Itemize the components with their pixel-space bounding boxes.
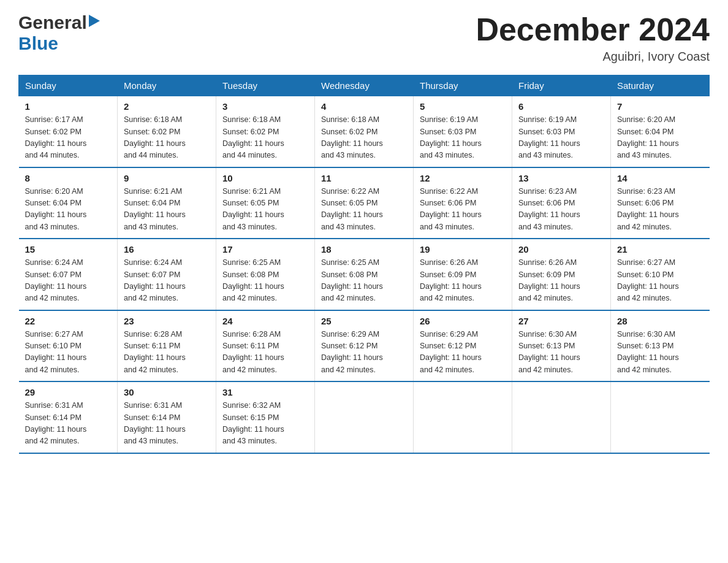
- day-number: 17: [222, 244, 308, 255]
- calendar-cell: 15Sunrise: 6:24 AMSunset: 6:07 PMDayligh…: [19, 239, 118, 310]
- day-info: Sunrise: 6:23 AMSunset: 6:06 PMDaylight:…: [617, 186, 703, 234]
- calendar-cell: 26Sunrise: 6:29 AMSunset: 6:12 PMDayligh…: [414, 310, 512, 382]
- day-number: 31: [222, 387, 308, 397]
- day-info: Sunrise: 6:22 AMSunset: 6:05 PMDaylight:…: [321, 186, 407, 234]
- day-info: Sunrise: 6:21 AMSunset: 6:05 PMDaylight:…: [222, 186, 308, 234]
- calendar-cell: 22Sunrise: 6:27 AMSunset: 6:10 PMDayligh…: [19, 310, 118, 382]
- day-number: 8: [25, 173, 112, 183]
- calendar-cell: 17Sunrise: 6:25 AMSunset: 6:08 PMDayligh…: [216, 239, 315, 310]
- day-number: 23: [124, 316, 210, 326]
- calendar-cell: 5Sunrise: 6:19 AMSunset: 6:03 PMDaylight…: [414, 96, 512, 167]
- weekday-header-saturday: Saturday: [611, 75, 710, 96]
- day-number: 7: [617, 101, 703, 112]
- calendar-cell: 8Sunrise: 6:20 AMSunset: 6:04 PMDaylight…: [19, 167, 118, 239]
- title-section: December 2024 Aguibri, Ivory Coast: [476, 12, 710, 64]
- day-number: 14: [617, 173, 703, 183]
- day-number: 30: [124, 387, 210, 397]
- calendar-cell: 18Sunrise: 6:25 AMSunset: 6:08 PMDayligh…: [315, 239, 414, 310]
- calendar-cell: 1Sunrise: 6:17 AMSunset: 6:02 PMDaylight…: [19, 96, 118, 167]
- calendar-cell: 13Sunrise: 6:23 AMSunset: 6:06 PMDayligh…: [512, 167, 611, 239]
- day-info: Sunrise: 6:18 AMSunset: 6:02 PMDaylight:…: [124, 114, 210, 162]
- calendar-cell: 3Sunrise: 6:18 AMSunset: 6:02 PMDaylight…: [216, 96, 315, 167]
- calendar-cell: [512, 381, 611, 453]
- calendar-week-3: 15Sunrise: 6:24 AMSunset: 6:07 PMDayligh…: [19, 239, 710, 310]
- calendar-cell: 28Sunrise: 6:30 AMSunset: 6:13 PMDayligh…: [611, 310, 710, 382]
- calendar-cell: [414, 381, 512, 453]
- day-info: Sunrise: 6:27 AMSunset: 6:10 PMDaylight:…: [617, 257, 703, 305]
- day-number: 11: [321, 173, 407, 183]
- svg-marker-0: [89, 15, 100, 27]
- calendar-week-4: 22Sunrise: 6:27 AMSunset: 6:10 PMDayligh…: [19, 310, 710, 382]
- day-number: 22: [25, 316, 112, 326]
- day-info: Sunrise: 6:27 AMSunset: 6:10 PMDaylight:…: [25, 329, 112, 377]
- day-number: 4: [321, 101, 407, 112]
- weekday-header-monday: Monday: [118, 75, 216, 96]
- calendar-cell: 24Sunrise: 6:28 AMSunset: 6:11 PMDayligh…: [216, 310, 315, 382]
- calendar-week-1: 1Sunrise: 6:17 AMSunset: 6:02 PMDaylight…: [19, 96, 710, 167]
- calendar-cell: 23Sunrise: 6:28 AMSunset: 6:11 PMDayligh…: [118, 310, 216, 382]
- day-info: Sunrise: 6:26 AMSunset: 6:09 PMDaylight:…: [518, 257, 604, 305]
- calendar-cell: 2Sunrise: 6:18 AMSunset: 6:02 PMDaylight…: [118, 96, 216, 167]
- logo: General Blue: [18, 12, 100, 54]
- weekday-header-sunday: Sunday: [19, 75, 118, 96]
- day-number: 27: [518, 316, 604, 326]
- day-info: Sunrise: 6:25 AMSunset: 6:08 PMDaylight:…: [222, 257, 308, 305]
- calendar-cell: 19Sunrise: 6:26 AMSunset: 6:09 PMDayligh…: [414, 239, 512, 310]
- weekday-header-friday: Friday: [512, 75, 611, 96]
- day-info: Sunrise: 6:19 AMSunset: 6:03 PMDaylight:…: [420, 114, 506, 162]
- day-info: Sunrise: 6:29 AMSunset: 6:12 PMDaylight:…: [321, 329, 407, 377]
- day-number: 13: [518, 173, 604, 183]
- day-info: Sunrise: 6:22 AMSunset: 6:06 PMDaylight:…: [420, 186, 506, 234]
- calendar-week-5: 29Sunrise: 6:31 AMSunset: 6:14 PMDayligh…: [19, 381, 710, 453]
- logo-blue-text: Blue: [18, 33, 58, 53]
- calendar-cell: 31Sunrise: 6:32 AMSunset: 6:15 PMDayligh…: [216, 381, 315, 453]
- day-info: Sunrise: 6:28 AMSunset: 6:11 PMDaylight:…: [222, 329, 308, 377]
- day-info: Sunrise: 6:20 AMSunset: 6:04 PMDaylight:…: [617, 114, 703, 162]
- day-info: Sunrise: 6:24 AMSunset: 6:07 PMDaylight:…: [124, 257, 210, 305]
- calendar-cell: 29Sunrise: 6:31 AMSunset: 6:14 PMDayligh…: [19, 381, 118, 453]
- day-number: 21: [617, 244, 703, 255]
- weekday-header-wednesday: Wednesday: [315, 75, 414, 96]
- day-number: 6: [518, 101, 604, 112]
- day-number: 3: [222, 101, 308, 112]
- calendar-cell: [315, 381, 414, 453]
- calendar-cell: 16Sunrise: 6:24 AMSunset: 6:07 PMDayligh…: [118, 239, 216, 310]
- day-number: 19: [420, 244, 506, 255]
- day-number: 10: [222, 173, 308, 183]
- day-info: Sunrise: 6:18 AMSunset: 6:02 PMDaylight:…: [321, 114, 407, 162]
- page-header: General Blue December 2024 Aguibri, Ivor…: [18, 12, 710, 64]
- calendar-cell: 14Sunrise: 6:23 AMSunset: 6:06 PMDayligh…: [611, 167, 710, 239]
- weekday-header-tuesday: Tuesday: [216, 75, 315, 96]
- day-info: Sunrise: 6:30 AMSunset: 6:13 PMDaylight:…: [518, 329, 604, 377]
- calendar-cell: 6Sunrise: 6:19 AMSunset: 6:03 PMDaylight…: [512, 96, 611, 167]
- calendar-header-row: SundayMondayTuesdayWednesdayThursdayFrid…: [19, 75, 710, 96]
- calendar-cell: 11Sunrise: 6:22 AMSunset: 6:05 PMDayligh…: [315, 167, 414, 239]
- logo-general-text: General: [18, 12, 87, 33]
- calendar-cell: 7Sunrise: 6:20 AMSunset: 6:04 PMDaylight…: [611, 96, 710, 167]
- calendar-cell: 25Sunrise: 6:29 AMSunset: 6:12 PMDayligh…: [315, 310, 414, 382]
- day-info: Sunrise: 6:31 AMSunset: 6:14 PMDaylight:…: [124, 400, 210, 448]
- day-info: Sunrise: 6:28 AMSunset: 6:11 PMDaylight:…: [124, 329, 210, 377]
- day-number: 18: [321, 244, 407, 255]
- day-info: Sunrise: 6:25 AMSunset: 6:08 PMDaylight:…: [321, 257, 407, 305]
- day-number: 28: [617, 316, 703, 326]
- day-info: Sunrise: 6:19 AMSunset: 6:03 PMDaylight:…: [518, 114, 604, 162]
- calendar-table: SundayMondayTuesdayWednesdayThursdayFrid…: [18, 75, 710, 454]
- calendar-cell: 21Sunrise: 6:27 AMSunset: 6:10 PMDayligh…: [611, 239, 710, 310]
- day-number: 9: [124, 173, 210, 183]
- weekday-header-thursday: Thursday: [414, 75, 512, 96]
- month-title: December 2024: [476, 12, 710, 47]
- day-info: Sunrise: 6:24 AMSunset: 6:07 PMDaylight:…: [25, 257, 112, 305]
- day-number: 29: [25, 387, 112, 397]
- day-number: 24: [222, 316, 308, 326]
- day-info: Sunrise: 6:32 AMSunset: 6:15 PMDaylight:…: [222, 400, 308, 448]
- day-number: 1: [25, 101, 112, 112]
- day-number: 16: [124, 244, 210, 255]
- calendar-week-2: 8Sunrise: 6:20 AMSunset: 6:04 PMDaylight…: [19, 167, 710, 239]
- day-info: Sunrise: 6:26 AMSunset: 6:09 PMDaylight:…: [420, 257, 506, 305]
- day-info: Sunrise: 6:23 AMSunset: 6:06 PMDaylight:…: [518, 186, 604, 234]
- calendar-cell: 4Sunrise: 6:18 AMSunset: 6:02 PMDaylight…: [315, 96, 414, 167]
- calendar-cell: [611, 381, 710, 453]
- day-number: 26: [420, 316, 506, 326]
- day-number: 25: [321, 316, 407, 326]
